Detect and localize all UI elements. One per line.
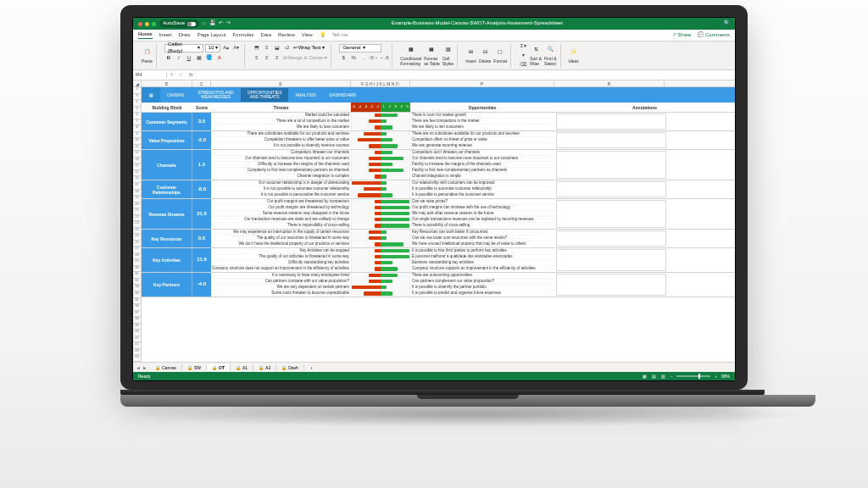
swot-line[interactable]: Some costs threaten to become unpredicta… [211,291,554,297]
redo-icon[interactable]: ↷ [226,20,231,26]
threat-cell[interactable]: Some revenue streams may disappear in th… [211,211,351,216]
threat-cell[interactable]: Competition threatens to offer better pr… [211,137,351,142]
opportunity-cell[interactable]: Channel integration is simple [410,174,554,180]
select-all-corner[interactable]: ◢ [133,80,142,86]
swot-line[interactable]: We are likely to lose customersWe are li… [211,125,554,130]
threat-cell[interactable]: It is not possible to personalise the cu… [211,192,351,198]
align-top-icon[interactable]: ⬒ [253,44,261,53]
cancel-formula-icon[interactable]: ✕ [167,72,176,78]
swot-line[interactable]: Company structure does not support an im… [211,266,554,272]
threat-cell[interactable]: Competitors threaten our channels [211,150,351,155]
swot-line[interactable]: Complexity to find new complementary par… [211,168,554,174]
italic-icon[interactable]: I [175,54,183,63]
swot-line[interactable]: Market could be saturatedThere is room f… [211,113,554,119]
swot-line[interactable]: It is necessary to have many employees h… [211,273,554,279]
opportunity-cell[interactable]: It is possible to hire third parties to … [410,248,554,253]
view-normal-icon[interactable]: ▦ [643,374,647,379]
threat-cell[interactable]: Some costs threaten to become unpredicta… [211,291,351,297]
nav-dashboard[interactable]: DASHBOARD [323,91,364,100]
zoom-value[interactable]: 90% [721,374,730,379]
tab-draw[interactable]: Draw [179,32,191,38]
tab-insert[interactable]: Insert [159,32,172,38]
sheet-tab[interactable]: 🔒SW [182,364,207,371]
swot-line[interactable]: Difficulty standardising key activitiesE… [211,260,554,266]
align-middle-icon[interactable]: ≡ [263,44,271,53]
undo-icon[interactable]: ↶ [219,20,223,26]
opportunity-cell[interactable]: Company structure supports an improvemen… [410,266,554,272]
opportunity-cell[interactable]: Our relationship with customers can be i… [410,180,554,186]
swot-line[interactable]: The quality of our activities is threate… [211,254,554,260]
font-name-combo[interactable]: Calibri (Body)▾ [164,44,203,53]
swot-line[interactable]: There are substitutes available for our … [211,131,554,137]
sheet-tab[interactable]: 🔒Canvas [150,364,182,371]
sheet-nav[interactable]: ◀▶ [136,365,150,370]
swot-line[interactable]: Our profit margins are threatened by com… [211,199,554,205]
percent-icon[interactable]: % [349,54,358,63]
swot-line[interactable]: There is impossibility of cross-sellingT… [211,223,554,229]
annotation-box[interactable] [556,200,666,228]
sheet-tab[interactable]: 🔒OT [207,364,231,371]
clear-icon[interactable]: ⌫ [519,61,527,69]
align-bottom-icon[interactable]: ⬓ [273,44,281,53]
threat-cell[interactable]: It is not possible to diversify revenue … [211,143,351,149]
sort-filter-button[interactable]: ⇅Sort & Filter [530,45,542,66]
decrease-decimal-icon[interactable]: ←.0 [380,54,388,63]
lightbulb-icon[interactable]: 💡 [320,32,326,38]
increase-decimal-icon[interactable]: .0→ [370,54,378,63]
opportunity-cell[interactable]: Our single transactions revenues can be … [410,217,554,222]
cell-styles-button[interactable]: ▨Cell Styles [442,45,454,66]
tab-home[interactable]: Home [138,31,153,39]
swot-line[interactable]: We may experience an interruption in the… [211,230,554,236]
swot-line[interactable]: Our profit margins are threatened by tec… [211,205,554,211]
threat-cell[interactable]: We don't have the intellectual property … [211,241,351,247]
swot-line[interactable]: We don't have the intellectual property … [211,241,554,247]
close-icon[interactable] [138,22,142,26]
threat-cell[interactable]: There is impossibility of cross-selling [211,223,351,229]
comma-icon[interactable]: , [359,54,368,63]
threat-cell[interactable]: Our customer relationship is in danger o… [211,180,351,186]
threat-cell[interactable]: Company structure does not support an im… [211,266,351,272]
annotation-box[interactable] [556,114,666,130]
insert-button[interactable]: ⊞Insert [465,47,476,64]
comments-button[interactable]: 💬 Comments [698,32,730,38]
swot-line[interactable]: It is not possible to personalise the cu… [211,192,554,198]
swot-line[interactable]: Our transaction revenues are static and … [211,217,554,223]
nav-canvas[interactable]: CANVAS [160,91,191,100]
swot-line[interactable]: Can partners compete with our value prop… [211,279,554,285]
grid[interactable]: ▦ CANVAS STRENGTHS AND WEAKNESSES OPPORT… [142,87,735,362]
maximise-icon[interactable] [152,22,156,26]
opportunity-cell[interactable]: Easiness standardising key activities [410,260,554,265]
orientation-icon[interactable]: ⭯ [283,44,292,53]
annotation-box[interactable] [556,274,666,296]
tab-view[interactable]: View [302,32,313,38]
autosum-icon[interactable]: Σ▾ [519,42,527,51]
number-format-combo[interactable]: General▾ [339,44,381,53]
opportunity-cell[interactable]: Our profit margins can increase with the… [410,205,554,210]
opportunity-cell[interactable]: Key Resources can work better if outsour… [410,230,554,235]
threat-cell[interactable]: There are a lot of competitors in the ma… [211,119,351,124]
swot-line[interactable]: Competition threatens to offer better pr… [211,137,554,143]
conditional-formatting-button[interactable]: ▩Conditional Formatting [400,45,421,66]
threat-cell[interactable]: There are substitutes available for our … [211,131,351,136]
zoom-in-icon[interactable]: ＋ [714,374,718,379]
threat-cell[interactable]: Our profit margins are threatened by tec… [211,205,351,210]
tell-me[interactable]: Tell me [332,32,348,38]
opportunity-cell[interactable]: Can partners complement our value propos… [410,279,554,284]
swot-line[interactable]: Channel integration is complexChannel in… [211,174,554,180]
threat-cell[interactable]: Channel integration is complex [211,174,351,180]
find-select-button[interactable]: 🔍Find & Select [544,45,556,66]
threat-cell[interactable]: Our transaction revenues are static and … [211,217,351,222]
save-icon[interactable]: 💾 [209,20,215,26]
home-icon[interactable]: ⌂ [203,20,206,26]
swot-line[interactable]: It is not possible to diversify revenue … [211,143,554,149]
zoom-slider[interactable]: − ＋ 90% [670,374,730,379]
swot-line[interactable]: Difficulty to increase the margins of th… [211,162,554,168]
threat-cell[interactable]: Market could be saturated [211,113,351,118]
fill-icon[interactable]: ▾ [519,52,527,60]
view-page-break-icon[interactable]: ▥ [661,374,665,379]
threat-cell[interactable]: Difficulty standardising key activities [211,260,351,265]
threat-cell[interactable]: Our profit margins are threatened by com… [211,199,351,204]
search-icon[interactable]: 🔍 [724,20,730,26]
share-button[interactable]: ↗ Share [672,32,692,38]
threat-cell[interactable]: Our channels tend to become less importa… [211,156,351,161]
